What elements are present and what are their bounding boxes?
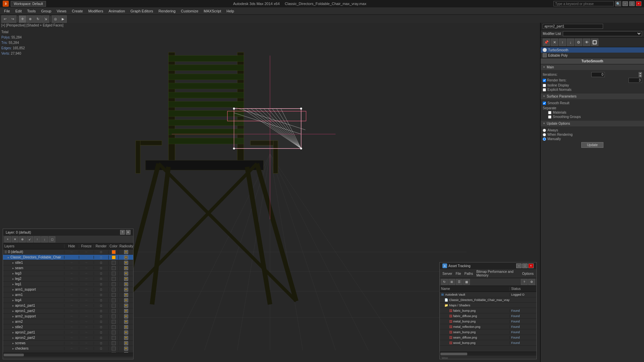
layer-radio-1[interactable]: ★ <box>118 255 133 259</box>
menu-modifiers[interactable]: Modifiers <box>86 8 106 14</box>
asset-row-7[interactable]: 🖼 seam_bump.png Found <box>440 329 536 335</box>
layer-render-14[interactable]: ◻ <box>94 325 108 328</box>
asset-row-8[interactable]: 🖼 seam_diffuse.png Found <box>440 335 536 340</box>
layer-color-15[interactable] <box>108 330 118 335</box>
layer-row-10[interactable]: ▸ apron1_part1 ··· ··· ◻ ★ <box>3 303 133 308</box>
layer-row-18[interactable]: ▸ checkers ··· ··· ◻ ★ <box>3 346 133 351</box>
layer-color-17[interactable] <box>108 341 118 345</box>
layer-color-1[interactable] <box>108 255 118 259</box>
asset-tb-view3[interactable]: ▦ <box>463 279 470 285</box>
layer-color-14[interactable] <box>108 325 118 329</box>
workspace-selector[interactable]: Workspace: Default <box>11 1 46 7</box>
ts-materials-cb[interactable] <box>548 111 551 114</box>
layers-merge-btn[interactable]: ↙ <box>26 236 33 242</box>
layer-color-12[interactable] <box>108 314 118 318</box>
layer-radio-12[interactable]: ★ <box>118 314 133 318</box>
menu-file[interactable]: File <box>1 8 13 14</box>
layer-color-0[interactable] <box>108 250 118 254</box>
ts-explicit-cb[interactable] <box>543 88 546 92</box>
ts-iterations-spinner-up[interactable]: ▲ ▼ <box>639 72 642 77</box>
toolbar-btn-select[interactable]: ✛ <box>19 15 26 23</box>
layer-render-9[interactable]: ◻ <box>94 299 108 302</box>
layer-row-5[interactable]: ▸ leg2 ··· ··· ◻ ★ <box>3 276 133 282</box>
layer-hide-19[interactable]: ··· <box>64 352 79 353</box>
asset-row-0[interactable]: 🏛 Autodesk Vault Logged O <box>440 292 536 297</box>
layers-dn-btn[interactable]: ↓ <box>41 236 48 242</box>
layer-freeze-4[interactable]: ··· <box>79 272 94 275</box>
ts-iterations-input[interactable] <box>591 72 605 77</box>
layers-add-btn[interactable]: ⊕ <box>19 236 26 242</box>
menu-group[interactable]: Group <box>38 8 54 14</box>
asset-close-btn[interactable]: ✕ <box>528 263 534 268</box>
layer-hide-18[interactable]: ··· <box>64 347 79 350</box>
layer-row-6[interactable]: ▸ leg1 ··· ··· ◻ ★ <box>3 282 133 287</box>
layer-radio-6[interactable]: ★ <box>118 282 133 286</box>
layer-freeze-12[interactable]: ··· <box>79 315 94 318</box>
layers-sel-btn[interactable]: ◻ <box>49 236 55 242</box>
menu-edit[interactable]: Edit <box>13 8 24 14</box>
ts-smooth-cb[interactable] <box>543 102 546 105</box>
layer-color-19[interactable] <box>108 352 118 353</box>
mod-down-btn[interactable]: ↓ <box>567 39 574 46</box>
layer-freeze-19[interactable]: ··· <box>79 352 94 353</box>
layer-color-11[interactable] <box>108 309 118 313</box>
object-name-input[interactable] <box>543 24 603 29</box>
ts-manually-radio[interactable] <box>543 137 546 141</box>
search-input[interactable] <box>553 1 614 6</box>
asset-tb-help[interactable]: ? <box>521 279 528 285</box>
asset-menu-bitmap[interactable]: Bitmap Performance and Memory <box>475 269 520 278</box>
layer-render-12[interactable]: ◻ <box>94 315 108 318</box>
menu-rendering[interactable]: Rendering <box>156 8 178 14</box>
layer-freeze-7[interactable]: ··· <box>79 288 94 291</box>
layer-hide-6[interactable]: ··· <box>64 283 79 286</box>
layer-hide-5[interactable]: ··· <box>64 277 79 280</box>
asset-menu-options[interactable]: Options <box>521 272 535 276</box>
layer-freeze-15[interactable]: ··· <box>79 331 94 334</box>
layers-close-btn[interactable]: ✕ <box>126 230 130 235</box>
layer-radio-3[interactable]: ★ <box>118 266 133 270</box>
ts-main-header[interactable]: Main <box>541 64 644 70</box>
modifier-dropdown[interactable] <box>563 31 642 36</box>
layer-row-3[interactable]: ▸ seam ··· ··· ◻ ★ <box>3 265 133 271</box>
layer-radio-16[interactable]: ★ <box>118 336 133 340</box>
layer-render-15[interactable]: ◻ <box>94 331 108 334</box>
layer-render-3[interactable]: ◻ <box>94 266 108 269</box>
layer-row-19[interactable]: ▸ seat ··· ··· ◻ ★ <box>3 351 133 353</box>
layer-color-4[interactable] <box>108 272 118 276</box>
menu-help[interactable]: Help <box>224 8 237 14</box>
layer-hide-0[interactable]: ··· <box>64 250 79 253</box>
asset-minimize-btn[interactable]: − <box>516 263 522 268</box>
layer-row-2[interactable]: ▸ stile1 ··· ··· ◻ ★ <box>3 260 133 265</box>
toolbar-btn-2[interactable]: ↪ <box>9 15 16 23</box>
layer-hide-2[interactable]: ··· <box>64 261 79 264</box>
layer-render-8[interactable]: ◻ <box>94 293 108 296</box>
toolbar-btn-ref[interactable]: ◎ <box>52 15 59 23</box>
layer-hide-17[interactable]: ··· <box>64 342 79 345</box>
layer-hide-4[interactable]: ··· <box>64 272 79 275</box>
mod-show-btn[interactable]: 👁 <box>583 39 590 46</box>
toolbar-btn-scale[interactable]: ⇲ <box>42 15 49 23</box>
layer-radio-17[interactable]: ★ <box>118 341 133 345</box>
layer-radio-8[interactable]: ★ <box>118 293 133 297</box>
ts-smoothgroups-cb[interactable] <box>548 115 551 119</box>
layer-freeze-17[interactable]: ··· <box>79 342 94 345</box>
layer-freeze-3[interactable]: ··· <box>79 266 94 269</box>
layer-color-8[interactable] <box>108 293 118 297</box>
modifier-editable-poly[interactable]: Editable Poly <box>541 53 644 58</box>
mod-cfg-btn[interactable]: ⚙ <box>575 39 582 46</box>
layer-hide-16[interactable]: ··· <box>64 336 79 339</box>
layer-row-9[interactable]: ▸ leg4 ··· ··· ◻ ★ <box>3 298 133 303</box>
toolbar-render[interactable]: ▶ <box>59 15 67 23</box>
ts-surface-header[interactable]: Surface Parameters <box>541 94 644 99</box>
asset-menu-server[interactable]: Server <box>441 272 453 276</box>
maximize-button[interactable]: □ <box>629 1 635 6</box>
layer-freeze-0[interactable]: ··· <box>79 250 94 253</box>
menu-views[interactable]: Views <box>54 8 69 14</box>
layers-scrollbar[interactable] <box>3 353 133 357</box>
layer-radio-0[interactable]: ★ <box>118 250 133 254</box>
layer-freeze-1[interactable]: ··· <box>79 256 94 259</box>
layer-render-17[interactable]: ◻ <box>94 342 108 345</box>
layer-radio-2[interactable]: ★ <box>118 261 133 265</box>
layer-freeze-8[interactable]: ··· <box>79 293 94 296</box>
layer-render-0[interactable]: ◻ <box>94 250 108 253</box>
